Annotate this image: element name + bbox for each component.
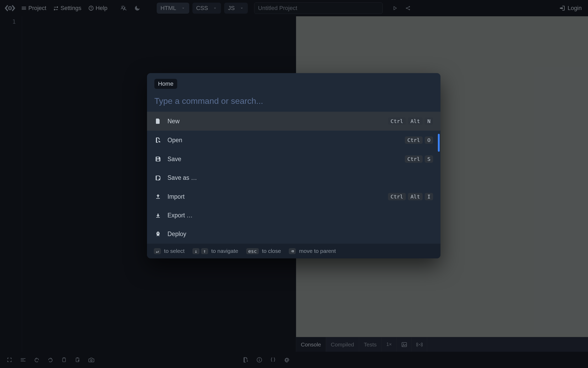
hint-select-label: to select bbox=[164, 248, 185, 254]
kbd: S bbox=[425, 155, 433, 163]
palette-item-keys: Ctrl Alt N bbox=[388, 117, 433, 125]
palette-item-keys: Ctrl O bbox=[405, 136, 433, 144]
export-icon bbox=[154, 212, 162, 219]
hint-close: esc to close bbox=[246, 248, 281, 254]
palette-item-keys: Ctrl S bbox=[405, 155, 433, 163]
palette-item-label: Open bbox=[167, 137, 399, 144]
palette-header: Home bbox=[147, 73, 440, 89]
deploy-icon bbox=[154, 231, 162, 237]
palette-item-deploy[interactable]: Deploy bbox=[147, 225, 440, 243]
palette-search-input[interactable] bbox=[147, 89, 440, 112]
hint-close-label: to close bbox=[262, 248, 281, 254]
palette-item-label: Export … bbox=[167, 212, 433, 219]
import-icon bbox=[154, 193, 162, 200]
palette-item-keys: Ctrl Alt I bbox=[388, 193, 433, 200]
palette-list: New Ctrl Alt N Open Ctrl O Save Ctrl bbox=[147, 112, 440, 243]
palette-item-save[interactable]: Save Ctrl S bbox=[147, 150, 440, 168]
arrow-down-icon: ↓ bbox=[192, 248, 200, 254]
kbd: O bbox=[425, 136, 433, 144]
palette-item-label: Save bbox=[167, 156, 399, 163]
esc-key: esc bbox=[246, 248, 259, 254]
kbd: Ctrl bbox=[405, 136, 423, 144]
command-palette: Home New Ctrl Alt N Open Ctrl O bbox=[147, 73, 440, 258]
kbd: Alt bbox=[408, 117, 423, 125]
palette-scrollbar[interactable] bbox=[438, 134, 440, 152]
kbd: Ctrl bbox=[405, 155, 423, 163]
arrow-up-icon: ↑ bbox=[201, 248, 208, 254]
hint-navigate: ↓ ↑ to navigate bbox=[192, 248, 238, 254]
palette-item-import[interactable]: Import Ctrl Alt I bbox=[147, 187, 440, 206]
kbd: Ctrl bbox=[388, 117, 406, 125]
kbd: I bbox=[425, 193, 433, 200]
hint-select: ↵ to select bbox=[154, 248, 185, 254]
hint-navigate-label: to navigate bbox=[211, 248, 238, 254]
hint-parent: ⌫ move to parent bbox=[289, 248, 336, 254]
kbd: N bbox=[425, 117, 433, 125]
palette-item-label: New bbox=[167, 118, 382, 125]
backspace-key-icon: ⌫ bbox=[289, 248, 296, 254]
palette-item-label: Save as … bbox=[167, 174, 433, 181]
hint-parent-label: move to parent bbox=[299, 248, 336, 254]
palette-item-new[interactable]: New Ctrl Alt N bbox=[147, 112, 440, 131]
file-new-icon bbox=[154, 118, 162, 124]
kbd: Ctrl bbox=[388, 193, 406, 200]
enter-key-icon: ↵ bbox=[154, 248, 161, 254]
kbd: Alt bbox=[408, 193, 423, 200]
palette-breadcrumb[interactable]: Home bbox=[154, 79, 177, 89]
palette-footer: ↵ to select ↓ ↑ to navigate esc to close… bbox=[147, 243, 440, 258]
palette-item-open[interactable]: Open Ctrl O bbox=[147, 131, 440, 150]
palette-item-export[interactable]: Export … bbox=[147, 206, 440, 225]
palette-item-label: Import bbox=[167, 193, 382, 200]
file-open-icon bbox=[154, 137, 162, 143]
palette-item-saveas[interactable]: Save as … bbox=[147, 168, 440, 187]
palette-item-label: Deploy bbox=[167, 231, 433, 238]
save-icon bbox=[154, 156, 162, 162]
save-as-icon bbox=[154, 175, 162, 181]
